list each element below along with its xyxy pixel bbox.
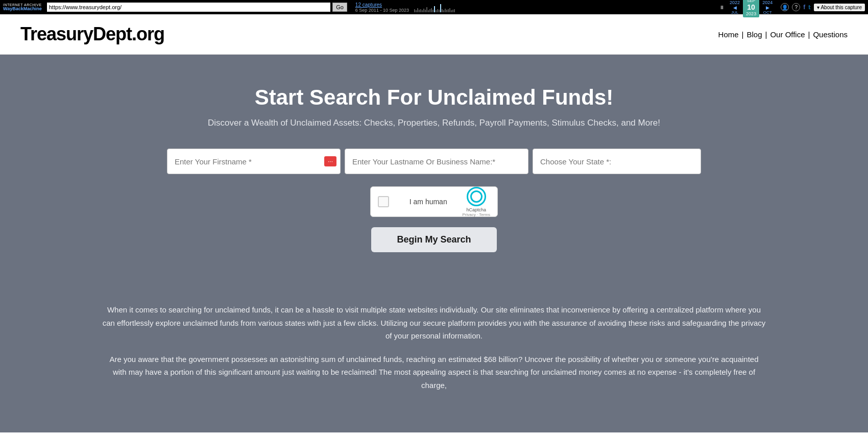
current-date[interactable]: SEP 10 2023 xyxy=(743,0,759,17)
captcha-label: I am human xyxy=(394,198,462,206)
wayback-toolbar: INTERNET ARCHIVE WayBackMachine Go 12 ca… xyxy=(0,0,868,14)
content-paragraph-2: Are you aware that the government posses… xyxy=(102,353,766,392)
wayback-right-icons: 👤 ? f 𝕥 ▾ About this capture xyxy=(781,3,865,11)
site-logo[interactable]: TreasuryDept.org xyxy=(20,23,164,45)
hero-subtitle: Discover a Wealth of Unclaimed Assets: C… xyxy=(20,118,848,128)
wayback-logo[interactable]: INTERNET ARCHIVE WayBackMachine xyxy=(3,3,42,11)
about-capture-button[interactable]: ▾ About this capture xyxy=(814,4,865,11)
captcha-widget[interactable]: I am human hCaptcha Privacy · Terms xyxy=(370,186,498,217)
dots-icon: ··· xyxy=(328,158,333,165)
captcha-brand: hCaptcha xyxy=(466,207,486,212)
state-input[interactable] xyxy=(533,149,701,174)
nav-home[interactable]: Home xyxy=(718,30,739,39)
nav-sep-1: | xyxy=(742,30,744,39)
search-form: ··· xyxy=(20,149,848,174)
wayback-timeline xyxy=(412,2,716,12)
wayback-url-bar: Go xyxy=(47,3,347,12)
next-year: 2024 xyxy=(762,0,773,5)
next-month: OCT xyxy=(763,10,772,15)
captcha-links: Privacy · Terms xyxy=(462,212,490,217)
captcha-checkbox[interactable] xyxy=(378,196,389,207)
lastname-input[interactable] xyxy=(345,149,528,174)
twitter-icon[interactable]: 𝕥 xyxy=(808,4,811,11)
site-nav: Home | Blog | Our Office | Questions xyxy=(718,30,848,39)
prev-date[interactable]: 2022 ◀ JUL xyxy=(728,0,742,15)
begin-search-button[interactable]: Begin My Search xyxy=(371,227,496,252)
nav-questions[interactable]: Questions xyxy=(813,30,848,39)
next-date[interactable]: 2024 ▶ OCT xyxy=(760,0,775,15)
nav-sep-3: | xyxy=(808,30,810,39)
nav-sep-2: | xyxy=(765,30,767,39)
captcha-logo-inner xyxy=(470,190,483,203)
hero-title: Start Search For Unclaimed Funds! xyxy=(20,85,848,110)
wayback-url-input[interactable] xyxy=(47,3,330,12)
wayback-captures-info: 12 captures 6 Sep 2011 - 10 Sep 2023 xyxy=(355,2,409,13)
current-year: 2023 xyxy=(746,11,756,16)
form-icon-button[interactable]: ··· xyxy=(324,156,336,166)
current-day: 10 xyxy=(747,3,755,11)
nav-our-office[interactable]: Our Office xyxy=(770,30,805,39)
wayback-go-button[interactable]: Go xyxy=(332,3,347,12)
pause-icon[interactable]: ⏸ xyxy=(719,5,725,10)
prev-year: 2022 xyxy=(730,0,740,5)
user-icon[interactable]: 👤 xyxy=(781,3,789,11)
site-header: TreasuryDept.org Home | Blog | Our Offic… xyxy=(0,14,868,55)
wayback-machine-text: WayBackMachine xyxy=(3,7,42,11)
prev-month: JUL xyxy=(731,10,738,15)
firstname-wrapper: ··· xyxy=(167,149,341,174)
wayback-captures-link[interactable]: 12 captures xyxy=(355,2,409,8)
content-section: When it comes to searching for unclaimed… xyxy=(0,293,868,432)
captcha-logo: hCaptcha Privacy · Terms xyxy=(462,187,490,217)
firstname-input[interactable] xyxy=(167,149,341,174)
hero-section: Start Search For Unclaimed Funds! Discov… xyxy=(0,55,868,293)
help-icon[interactable]: ? xyxy=(792,3,800,11)
content-paragraph-1: When it comes to searching for unclaimed… xyxy=(102,303,766,343)
captcha-logo-circle xyxy=(467,187,486,206)
nav-blog[interactable]: Blog xyxy=(747,30,762,39)
facebook-icon[interactable]: f xyxy=(803,4,805,11)
wayback-captures-range: 6 Sep 2011 - 10 Sep 2023 xyxy=(355,8,409,13)
wayback-date-nav: 2022 ◀ JUL SEP 10 2023 2024 ▶ OCT xyxy=(728,0,775,17)
